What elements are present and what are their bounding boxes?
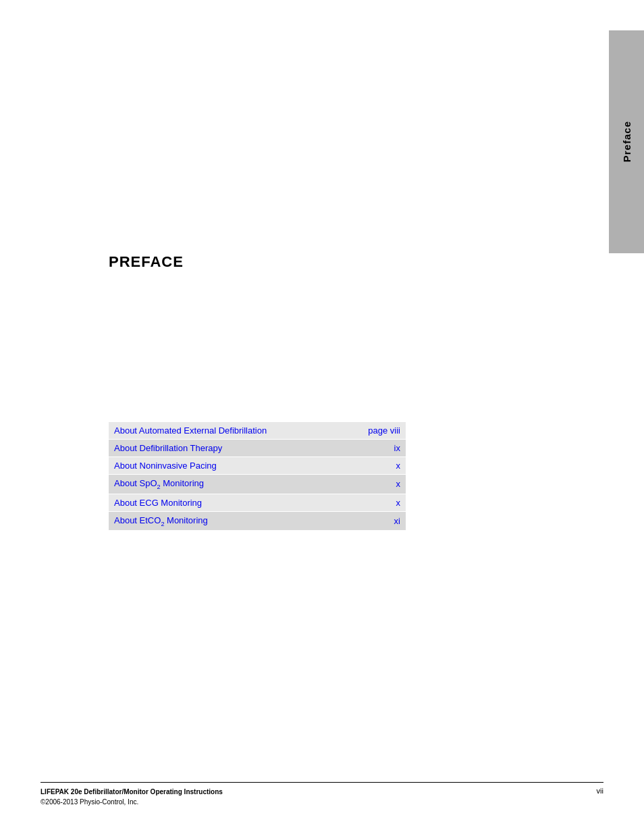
footer-page-number: vii (597, 787, 603, 795)
toc-page[interactable]: x (358, 494, 406, 511)
toc-table: About Automated External Defibrillation … (109, 422, 406, 531)
table-row[interactable]: About SpO2 Monitoring x (109, 475, 406, 494)
toc-page[interactable]: ix (358, 440, 406, 457)
toc-page[interactable]: x (358, 457, 406, 475)
toc-page[interactable]: xi (358, 511, 406, 531)
footer-product-title: LIFEPAK 20e Defibrillator/Monitor Operat… (41, 787, 223, 797)
toc-label[interactable]: About Automated External Defibrillation (109, 422, 358, 440)
toc-page[interactable]: x (358, 475, 406, 494)
toc-label[interactable]: About ECG Monitoring (109, 494, 358, 511)
side-tab: Preface (609, 30, 644, 253)
table-row[interactable]: About Noninvasive Pacing x (109, 457, 406, 475)
table-row[interactable]: About EtCO2 Monitoring xi (109, 511, 406, 531)
toc-label[interactable]: About EtCO2 Monitoring (109, 511, 358, 531)
table-row[interactable]: About Defibrillation Therapy ix (109, 440, 406, 457)
page-title: PREFACE (109, 253, 184, 271)
footer-copyright: ©2006-2013 Physio-Control, Inc. (41, 797, 223, 807)
toc-label[interactable]: About SpO2 Monitoring (109, 475, 358, 494)
toc-label[interactable]: About Defibrillation Therapy (109, 440, 358, 457)
footer-info: LIFEPAK 20e Defibrillator/Monitor Operat… (41, 787, 223, 807)
page-footer: LIFEPAK 20e Defibrillator/Monitor Operat… (41, 782, 603, 807)
side-tab-label: Preface (621, 121, 633, 162)
table-row[interactable]: About Automated External Defibrillation … (109, 422, 406, 440)
table-row[interactable]: About ECG Monitoring x (109, 494, 406, 511)
toc-page[interactable]: page viii (358, 422, 406, 440)
toc-label[interactable]: About Noninvasive Pacing (109, 457, 358, 475)
